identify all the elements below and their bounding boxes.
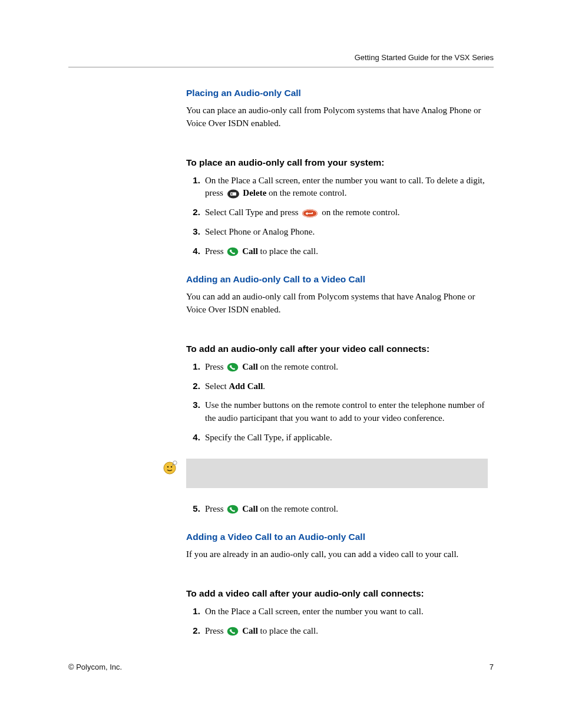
- list-item: Press Call to place the call.: [203, 624, 488, 638]
- main-content: Placing an Audio-only Call You can place…: [186, 88, 488, 638]
- svg-point-4: [227, 248, 239, 256]
- list-item: Select Add Call.: [203, 380, 488, 393]
- footer-copyright: © Polycom, Inc.: [68, 663, 122, 671]
- call-button-icon: [227, 247, 239, 256]
- procedure-list: Press Call on the remote control. Select…: [186, 360, 488, 444]
- step-text: Select: [205, 381, 229, 391]
- call-label: Call: [242, 626, 258, 635]
- step-text: Press: [205, 246, 226, 256]
- call-button-icon: [227, 363, 239, 372]
- step-text: on the remote control.: [322, 207, 399, 217]
- svg-point-9: [171, 466, 173, 467]
- call-label: Call: [242, 246, 258, 256]
- procedure-title: To place an audio-only call from your sy…: [186, 157, 488, 168]
- page-number: 7: [490, 663, 494, 671]
- note-box: [186, 459, 488, 488]
- tip-icon: [163, 460, 178, 475]
- list-item: Press Call on the remote control.: [203, 502, 488, 516]
- svg-point-11: [227, 505, 239, 514]
- list-item: On the Place a Call screen, enter the nu…: [203, 605, 488, 618]
- delete-button-icon: [227, 189, 240, 199]
- list-item: Press Call on the remote control.: [203, 360, 488, 374]
- section-heading-adding-video-to-audio: Adding a Video Call to an Audio-only Cal…: [186, 532, 488, 542]
- list-item: Specify the Call Type, if applicable.: [203, 431, 488, 444]
- step-text: Press: [205, 504, 226, 513]
- page-header: Getting Started Guide for the VSX Series: [68, 53, 494, 68]
- section-intro: You can add an audio-only call from Poly…: [186, 291, 488, 317]
- add-call-label: Add Call: [229, 381, 263, 391]
- call-button-icon: [227, 627, 239, 636]
- step-text: to place the call.: [260, 246, 318, 256]
- enter-button-icon: [302, 209, 318, 218]
- section-intro: If you are already in an audio-only call…: [186, 548, 488, 561]
- page-footer: © Polycom, Inc. 7: [68, 663, 494, 671]
- svg-point-5: [227, 363, 239, 372]
- procedure-list: On the Place a Call screen, enter the nu…: [186, 174, 488, 258]
- procedure-list-continued: Press Call on the remote control.: [186, 502, 488, 516]
- call-label: Call: [242, 362, 258, 371]
- step-text: on the remote control.: [269, 188, 346, 197]
- svg-point-10: [173, 460, 177, 464]
- step-text: on the remote control.: [260, 504, 338, 513]
- delete-label: Delete: [243, 188, 266, 197]
- svg-point-12: [227, 627, 239, 636]
- procedure-title: To add a video call after your audio-onl…: [186, 588, 488, 599]
- list-item: Use the number buttons on the remote con…: [203, 398, 488, 425]
- step-text: Press: [205, 626, 226, 635]
- step-text: Press: [205, 362, 226, 371]
- procedure-title: To add an audio-only call after your vid…: [186, 344, 488, 354]
- list-item: On the Place a Call screen, enter the nu…: [203, 174, 488, 200]
- step-text: to place the call.: [260, 626, 318, 635]
- call-button-icon: [227, 505, 239, 514]
- procedure-list: On the Place a Call screen, enter the nu…: [186, 605, 488, 638]
- svg-point-8: [167, 466, 169, 467]
- note-callout: [154, 459, 488, 488]
- section-heading-placing-audio-only: Placing an Audio-only Call: [186, 88, 488, 98]
- step-text: Select Call Type and press: [205, 207, 300, 217]
- step-text: .: [263, 381, 265, 391]
- list-item: Select Call Type and press on the remote…: [203, 206, 488, 219]
- section-intro: You can place an audio-only call from Po…: [186, 104, 488, 130]
- call-label: Call: [242, 504, 258, 513]
- section-heading-adding-audio-to-video: Adding an Audio-only Call to a Video Cal…: [186, 274, 488, 285]
- list-item: Press Call to place the call.: [203, 245, 488, 258]
- list-item: Select Phone or Analog Phone.: [203, 225, 488, 239]
- step-text: on the remote control.: [260, 362, 338, 371]
